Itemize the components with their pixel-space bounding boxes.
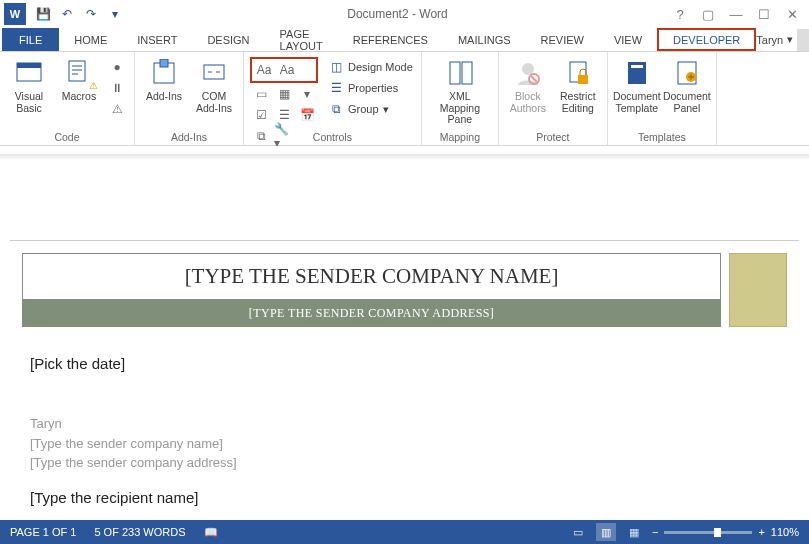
addins-button[interactable]: Add-Ins xyxy=(141,55,187,103)
design-mode-icon: ◫ xyxy=(328,59,344,75)
tab-review[interactable]: REVIEW xyxy=(526,28,599,51)
page[interactable]: [TYPE THE SENDER COMPANY NAME] [TYPE THE… xyxy=(10,240,799,518)
status-page[interactable]: PAGE 1 OF 1 xyxy=(10,526,76,538)
picture-control-icon[interactable]: ▭ xyxy=(250,84,272,104)
zoom-slider[interactable] xyxy=(664,531,752,534)
checkbox-control-icon[interactable]: ☑ xyxy=(250,105,272,125)
svg-rect-1 xyxy=(17,63,41,68)
document-panel-button[interactable]: DocumentPanel xyxy=(664,55,710,114)
print-layout-icon[interactable]: ▥ xyxy=(596,523,616,541)
group-templates-label: Templates xyxy=(608,131,716,143)
user-dropdown-icon[interactable]: ▾ xyxy=(787,33,793,46)
group-controls-label: Controls xyxy=(244,131,421,143)
block-authors-button: BlockAuthors xyxy=(505,55,551,114)
company-name-control[interactable]: [TYPE THE SENDER COMPANY NAME] xyxy=(22,253,721,300)
visual-basic-button[interactable]: VisualBasic xyxy=(6,55,52,114)
close-icon[interactable]: ✕ xyxy=(781,3,803,25)
user-avatar-icon[interactable] xyxy=(797,29,809,51)
svg-rect-6 xyxy=(450,62,460,84)
document-panel-icon xyxy=(671,57,703,89)
minimize-icon[interactable]: — xyxy=(725,3,747,25)
macro-security-icon[interactable]: ⚠ xyxy=(106,99,128,119)
svg-point-8 xyxy=(522,63,534,75)
xml-mapping-icon xyxy=(444,57,476,89)
window-title: Document2 - Word xyxy=(126,7,669,21)
sender-address-placeholder[interactable]: [Type the sender company address] xyxy=(30,453,779,473)
properties-button[interactable]: ☰ Properties xyxy=(326,78,415,98)
svg-rect-4 xyxy=(160,59,168,67)
group-addins-label: Add-Ins xyxy=(135,131,243,143)
tab-view[interactable]: VIEW xyxy=(599,28,657,51)
com-addins-button[interactable]: COMAdd-Ins xyxy=(191,55,237,114)
svg-rect-13 xyxy=(631,65,643,68)
help-icon[interactable]: ? xyxy=(669,3,691,25)
date-picker-control-icon[interactable]: 📅 xyxy=(296,105,318,125)
undo-icon[interactable]: ↶ xyxy=(56,3,78,25)
group-control-button[interactable]: ⧉ Group ▾ xyxy=(326,99,415,119)
ribbon-options-icon[interactable]: ▢ xyxy=(697,3,719,25)
tab-design[interactable]: DESIGN xyxy=(192,28,264,51)
block-authors-icon xyxy=(512,57,544,89)
qat-customize-icon[interactable]: ▾ xyxy=(104,3,126,25)
app-icon: W xyxy=(4,3,26,25)
save-icon[interactable]: 💾 xyxy=(32,3,54,25)
status-words[interactable]: 5 OF 233 WORDS xyxy=(94,526,185,538)
tab-insert[interactable]: INSERT xyxy=(122,28,192,51)
document-template-button[interactable]: DocumentTemplate xyxy=(614,55,660,114)
redo-icon[interactable]: ↷ xyxy=(80,3,102,25)
date-picker-field[interactable]: [Pick the date] xyxy=(30,355,779,372)
macros-icon xyxy=(63,57,95,89)
ribbon-shadow xyxy=(0,154,809,160)
macros-button[interactable]: Macros xyxy=(56,55,102,103)
plain-text-control-icon[interactable]: Aa xyxy=(276,60,298,80)
group-icon: ⧉ xyxy=(328,101,344,117)
svg-rect-7 xyxy=(462,62,472,84)
spellcheck-icon[interactable]: 📖 xyxy=(204,526,218,539)
restrict-editing-button[interactable]: RestrictEditing xyxy=(555,55,601,114)
read-mode-icon[interactable]: ▭ xyxy=(568,523,588,541)
recipient-name-field[interactable]: [Type the recipient name] xyxy=(30,489,779,506)
pause-recording-icon[interactable]: ⏸ xyxy=(106,78,128,98)
group-mapping-label: Mapping xyxy=(422,131,498,143)
tab-mailings[interactable]: MAILINGS xyxy=(443,28,526,51)
tab-page-layout[interactable]: PAGE LAYOUT xyxy=(265,28,338,51)
svg-rect-11 xyxy=(578,75,588,84)
svg-rect-2 xyxy=(69,61,85,81)
zoom-in-icon[interactable]: + xyxy=(758,526,764,538)
group-protect-label: Protect xyxy=(499,131,607,143)
group-code-label: Code xyxy=(0,131,134,143)
tab-file[interactable]: FILE xyxy=(2,28,59,51)
sender-name-placeholder[interactable]: [Type the sender company name] xyxy=(30,434,779,454)
tab-references[interactable]: REFERENCES xyxy=(338,28,443,51)
author-line[interactable]: Taryn xyxy=(30,414,779,434)
properties-icon: ☰ xyxy=(328,80,344,96)
maximize-icon[interactable]: ☐ xyxy=(753,3,775,25)
tab-developer[interactable]: DEVELOPER xyxy=(657,28,756,51)
tab-home[interactable]: HOME xyxy=(59,28,122,51)
combo-box-control-icon[interactable]: ▾ xyxy=(296,84,318,104)
zoom-level[interactable]: 110% xyxy=(771,526,799,538)
chevron-down-icon: ▾ xyxy=(383,103,389,116)
company-address-control[interactable]: [TYPE THE SENDER COMPANY ADDRESS] xyxy=(22,300,721,327)
xml-mapping-button[interactable]: XML MappingPane xyxy=(428,55,492,126)
restrict-editing-icon xyxy=(562,57,594,89)
com-addins-icon xyxy=(198,57,230,89)
zoom-out-icon[interactable]: − xyxy=(652,526,658,538)
document-template-icon xyxy=(621,57,653,89)
user-name[interactable]: Taryn xyxy=(756,34,783,46)
design-mode-button[interactable]: ◫ Design Mode xyxy=(326,57,415,77)
logo-placeholder[interactable] xyxy=(729,253,787,327)
document-area[interactable]: [TYPE THE SENDER COMPANY NAME] [TYPE THE… xyxy=(0,146,809,520)
web-layout-icon[interactable]: ▦ xyxy=(624,523,644,541)
rich-text-control-icon[interactable]: Aa xyxy=(253,60,275,80)
record-macro-icon[interactable]: ● xyxy=(106,57,128,77)
building-block-control-icon[interactable]: ▦ xyxy=(273,84,295,104)
visual-basic-icon xyxy=(13,57,45,89)
addins-icon xyxy=(148,57,180,89)
svg-rect-5 xyxy=(204,65,224,79)
